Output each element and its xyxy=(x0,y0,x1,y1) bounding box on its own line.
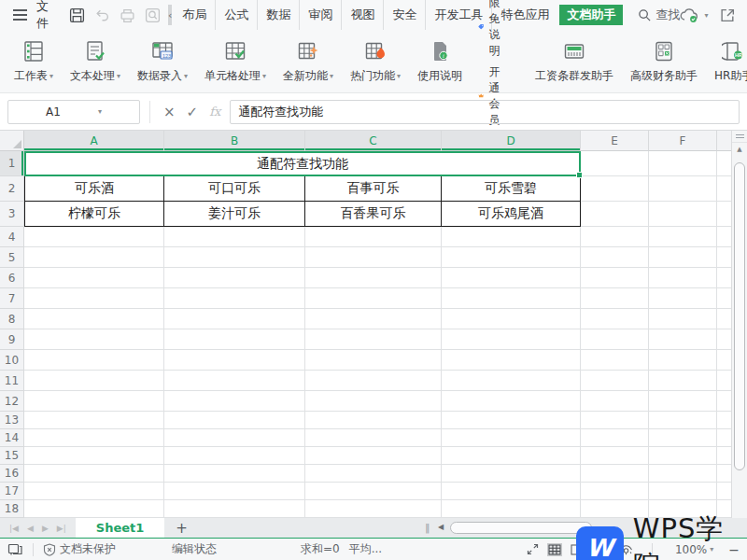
cell-C10[interactable] xyxy=(305,350,442,371)
cell-A6[interactable] xyxy=(24,268,164,288)
add-sheet-button[interactable]: + xyxy=(164,518,199,538)
cell-D18[interactable] xyxy=(442,500,581,518)
cell-E10[interactable] xyxy=(581,350,649,371)
menu-tab-1[interactable]: 公式 xyxy=(215,0,257,30)
cell-B11[interactable] xyxy=(164,371,305,391)
search-box[interactable]: 查找 xyxy=(638,7,680,23)
row-header-13[interactable]: 13 xyxy=(0,412,24,429)
save-icon[interactable] xyxy=(69,7,85,23)
hscroll-left-icon[interactable]: ◀ xyxy=(438,523,444,531)
cell-B9[interactable] xyxy=(164,329,305,350)
cell-A9[interactable] xyxy=(24,329,164,350)
toolbar-usage-guide[interactable]: i 使用说明 xyxy=(409,33,471,91)
file-menu[interactable]: 文件 xyxy=(33,0,52,32)
menu-tab-2[interactable]: 数据 xyxy=(257,0,299,30)
cell-A5[interactable] xyxy=(24,247,164,268)
column-header-B[interactable]: B xyxy=(164,131,305,151)
cell-A12[interactable] xyxy=(24,391,164,412)
cell-A8[interactable] xyxy=(24,309,164,329)
horizontal-scrollbar-thumb[interactable] xyxy=(450,522,592,534)
column-header-E[interactable]: E xyxy=(581,131,649,151)
row-header-8[interactable]: 8 xyxy=(0,309,24,329)
cell-A15[interactable] xyxy=(24,447,164,465)
cell-F11[interactable] xyxy=(649,371,717,391)
last-sheet-button[interactable]: ▶| xyxy=(57,524,66,533)
cell-E8[interactable] xyxy=(581,309,649,329)
cell-D8[interactable] xyxy=(442,309,581,329)
cell-E16[interactable] xyxy=(581,465,649,483)
cell-D4[interactable] xyxy=(442,227,581,247)
cell-C2[interactable]: 百事可乐 xyxy=(305,176,442,202)
cell-C8[interactable] xyxy=(305,309,442,329)
cell-A18[interactable] xyxy=(24,500,164,518)
cell-C9[interactable] xyxy=(305,329,442,350)
cell-F16[interactable] xyxy=(649,465,717,483)
cancel-entry-button[interactable]: × xyxy=(163,104,176,120)
cell-D17[interactable] xyxy=(442,483,581,500)
cell-F7[interactable] xyxy=(649,288,717,309)
cell-A11[interactable] xyxy=(24,371,164,391)
cell-B2[interactable]: 可口可乐 xyxy=(164,176,305,202)
cell-E7[interactable] xyxy=(581,288,649,309)
cell-F8[interactable] xyxy=(649,309,717,329)
row-header-5[interactable]: 5 xyxy=(0,247,24,268)
share-icon[interactable] xyxy=(720,7,736,23)
cell-D9[interactable] xyxy=(442,329,581,350)
select-all-corner[interactable] xyxy=(0,131,24,151)
prev-sheet-button[interactable]: ◀ xyxy=(27,524,34,533)
cell-E3[interactable] xyxy=(581,202,649,227)
cell-F4[interactable] xyxy=(649,227,717,247)
cell-D16[interactable] xyxy=(442,465,581,483)
vertical-scrollbar[interactable]: ▲ xyxy=(731,131,747,518)
cell-F3[interactable] xyxy=(649,202,717,227)
cell-B13[interactable] xyxy=(164,412,305,429)
cell-F10[interactable] xyxy=(649,350,717,371)
row-header-1[interactable]: 1 xyxy=(0,151,24,176)
cell-E11[interactable] xyxy=(581,371,649,391)
row-header-9[interactable]: 9 xyxy=(0,329,24,350)
formula-input[interactable]: 通配符查找功能 xyxy=(230,100,740,124)
column-header-D[interactable]: D xyxy=(442,131,581,151)
sheet-tab-sheet1[interactable]: Sheet1 xyxy=(76,518,165,538)
cell-D5[interactable] xyxy=(442,247,581,268)
window-switch-icon[interactable] xyxy=(7,542,23,556)
confirm-entry-button[interactable]: ✓ xyxy=(187,104,199,120)
cell-B17[interactable] xyxy=(164,483,305,500)
cell-E6[interactable] xyxy=(581,268,649,288)
cell-B10[interactable] xyxy=(164,350,305,371)
cell-B18[interactable] xyxy=(164,500,305,518)
cell-A10[interactable] xyxy=(24,350,164,371)
row-header-16[interactable]: 16 xyxy=(0,465,24,483)
cell-D2[interactable]: 可乐雪碧 xyxy=(442,176,581,202)
toolbar-data-entry[interactable]: 123 数据录入▾ xyxy=(129,33,196,91)
fill-handle[interactable] xyxy=(576,172,583,178)
cell-E12[interactable] xyxy=(581,391,649,412)
tab-splitter-handle[interactable]: ‖ xyxy=(425,522,430,534)
cell-C12[interactable] xyxy=(305,391,442,412)
cell-F12[interactable] xyxy=(649,391,717,412)
row-header-10[interactable]: 10 xyxy=(0,350,24,371)
scroll-up-icon[interactable]: ▲ xyxy=(732,143,747,156)
cell-E17[interactable] xyxy=(581,483,649,500)
cell-F2[interactable] xyxy=(649,176,717,202)
toolbar-worksheet[interactable]: 工作表▾ xyxy=(6,33,62,91)
row-header-12[interactable]: 12 xyxy=(0,391,24,412)
cell-name-box[interactable]: A1 ▾ xyxy=(7,100,140,124)
print-preview-icon[interactable] xyxy=(145,7,161,23)
cell-A13[interactable] xyxy=(24,412,164,429)
cell-D11[interactable] xyxy=(442,371,581,391)
column-header-F[interactable]: F xyxy=(649,131,717,151)
cell-A16[interactable] xyxy=(24,465,164,483)
cell-F17[interactable] xyxy=(649,483,717,500)
protection-status[interactable]: 文档未保护 xyxy=(43,541,116,557)
cell-E9[interactable] xyxy=(581,329,649,350)
row-header-2[interactable]: 2 xyxy=(0,176,24,202)
cell-B7[interactable] xyxy=(164,288,305,309)
cell-C18[interactable] xyxy=(305,500,442,518)
menu-tab-3[interactable]: 审阅 xyxy=(299,0,341,30)
cell-B5[interactable] xyxy=(164,247,305,268)
cell-B3[interactable]: 姜汁可乐 xyxy=(164,202,305,227)
cell-E15[interactable] xyxy=(581,447,649,465)
menu-tab-5[interactable]: 安全 xyxy=(383,0,425,30)
cell-D6[interactable] xyxy=(442,268,581,288)
